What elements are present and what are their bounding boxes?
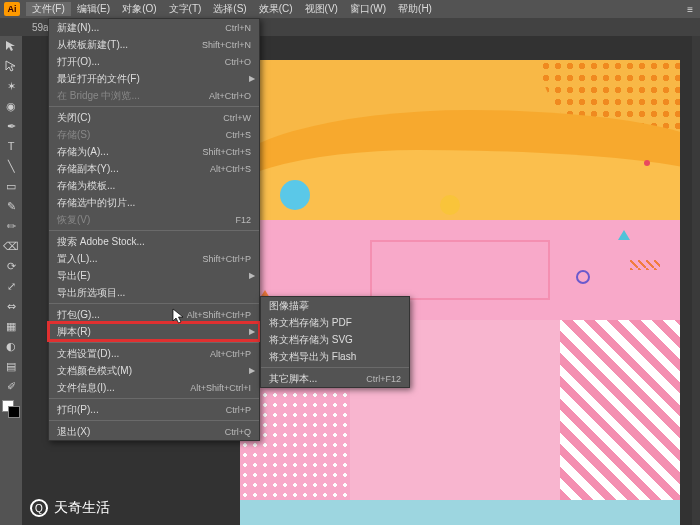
menu-item[interactable]: 打包(G)...Alt+Shift+Ctrl+P [49, 306, 259, 323]
menu-item-label: 打印(P)... [57, 403, 226, 417]
menu-item-label: 文件信息(I)... [57, 381, 190, 395]
submenu-arrow-icon: ▶ [249, 74, 255, 83]
stroke-swatch[interactable] [8, 406, 20, 418]
menubar: Ai 文件(F) 编辑(E) 对象(O) 文字(T) 选择(S) 效果(C) 视… [0, 0, 700, 18]
menu-item-label: 脚本(R) [57, 325, 251, 339]
line-tool[interactable]: ╲ [0, 156, 22, 176]
scale-tool[interactable]: ⤢ [0, 276, 22, 296]
submenu-item[interactable]: 将文档导出为 Flash [261, 348, 409, 365]
submenu-arrow-icon: ▶ [249, 271, 255, 280]
menu-item[interactable]: 存储副本(Y)...Alt+Ctrl+S [49, 160, 259, 177]
file-menu-dropdown: 新建(N)...Ctrl+N从模板新建(T)...Shift+Ctrl+N打开(… [48, 18, 260, 441]
menu-separator [49, 420, 259, 421]
submenu-item[interactable]: 将文档存储为 PDF [261, 314, 409, 331]
menu-item[interactable]: 最近打开的文件(F)▶ [49, 70, 259, 87]
rotate-tool[interactable]: ⟳ [0, 256, 22, 276]
menu-object[interactable]: 对象(O) [116, 2, 162, 16]
menu-view[interactable]: 视图(V) [299, 2, 344, 16]
gradient-tool[interactable]: ▤ [0, 356, 22, 376]
menu-edit[interactable]: 编辑(E) [71, 2, 116, 16]
menu-item[interactable]: 存储为模板... [49, 177, 259, 194]
menu-item-shortcut: Shift+Ctrl+P [202, 254, 251, 264]
menu-item-label: 在 Bridge 中浏览... [57, 89, 209, 103]
submenu-item-label: 图像描摹 [269, 299, 401, 313]
menu-item-shortcut: Ctrl+W [223, 113, 251, 123]
watermark-icon: Q [30, 499, 48, 517]
eraser-tool[interactable]: ⌫ [0, 236, 22, 256]
rectangle-tool[interactable]: ▭ [0, 176, 22, 196]
menu-item-shortcut: Ctrl+O [225, 57, 251, 67]
menu-item-label: 恢复(V) [57, 213, 235, 227]
menu-separator [49, 230, 259, 231]
menu-help[interactable]: 帮助(H) [392, 2, 438, 16]
menu-item: 存储(S)Ctrl+S [49, 126, 259, 143]
menu-item[interactable]: 新建(N)...Ctrl+N [49, 19, 259, 36]
menu-file[interactable]: 文件(F) [26, 2, 71, 16]
menu-item[interactable]: 关闭(C)Ctrl+W [49, 109, 259, 126]
menu-separator [261, 367, 409, 368]
free-transform-tool[interactable]: ▦ [0, 316, 22, 336]
menu-item-shortcut: Ctrl+Q [225, 427, 251, 437]
menu-item[interactable]: 从模板新建(T)...Shift+Ctrl+N [49, 36, 259, 53]
menu-item-label: 存储(S) [57, 128, 226, 142]
menu-item[interactable]: 存储选中的切片... [49, 194, 259, 211]
menu-item-shortcut: Ctrl+S [226, 130, 251, 140]
hamburger-icon[interactable]: ≡ [681, 4, 700, 15]
menu-item[interactable]: 打印(P)...Ctrl+P [49, 401, 259, 418]
menu-item[interactable]: 文档颜色模式(M)▶ [49, 362, 259, 379]
toolbox: ✶ ◉ ✒ T ╲ ▭ ✎ ✏ ⌫ ⟳ ⤢ ⇔ ▦ ◐ ▤ ✐ [0, 36, 22, 525]
pen-tool[interactable]: ✒ [0, 116, 22, 136]
selection-tool[interactable] [0, 36, 22, 56]
submenu-item-shortcut: Ctrl+F12 [366, 374, 401, 384]
direct-selection-tool[interactable] [0, 56, 22, 76]
canvas-artboard[interactable] [240, 60, 680, 510]
submenu-arrow-icon: ▶ [249, 327, 255, 336]
menu-item[interactable]: 搜索 Adobe Stock... [49, 233, 259, 250]
menu-item-shortcut: Alt+Shift+Ctrl+P [187, 310, 251, 320]
menu-item[interactable]: 置入(L)...Shift+Ctrl+P [49, 250, 259, 267]
submenu-item[interactable]: 图像描摹 [261, 297, 409, 314]
shape-builder-tool[interactable]: ◐ [0, 336, 22, 356]
menu-item[interactable]: 导出(E)▶ [49, 267, 259, 284]
menu-item-label: 关闭(C) [57, 111, 223, 125]
menu-item[interactable]: 打开(O)...Ctrl+O [49, 53, 259, 70]
menu-item-label: 搜索 Adobe Stock... [57, 235, 251, 249]
menu-item-label: 文档设置(D)... [57, 347, 210, 361]
right-dock[interactable] [692, 36, 700, 525]
menu-separator [49, 398, 259, 399]
artwork-zigzag [630, 260, 660, 270]
menu-item[interactable]: 导出所选项目... [49, 284, 259, 301]
menu-item-shortcut: Shift+Ctrl+N [202, 40, 251, 50]
menu-type[interactable]: 文字(T) [163, 2, 208, 16]
menu-item[interactable]: 存储为(A)...Shift+Ctrl+S [49, 143, 259, 160]
submenu-item-label: 将文档存储为 SVG [269, 333, 401, 347]
width-tool[interactable]: ⇔ [0, 296, 22, 316]
menu-item[interactable]: 文档设置(D)...Alt+Ctrl+P [49, 345, 259, 362]
menu-item[interactable]: 退出(X)Ctrl+Q [49, 423, 259, 440]
menu-item-shortcut: Alt+Ctrl+O [209, 91, 251, 101]
artwork-footer-band [240, 500, 680, 525]
menu-window[interactable]: 窗口(W) [344, 2, 392, 16]
menu-item-label: 置入(L)... [57, 252, 202, 266]
artwork-top-band [240, 60, 680, 220]
submenu-item-label: 其它脚本... [269, 372, 366, 386]
pencil-tool[interactable]: ✏ [0, 216, 22, 236]
menu-select[interactable]: 选择(S) [207, 2, 252, 16]
menu-item[interactable]: 脚本(R)▶ [49, 323, 259, 340]
color-swatches[interactable] [0, 400, 22, 422]
magic-wand-tool[interactable]: ✶ [0, 76, 22, 96]
menu-item-shortcut: Alt+Ctrl+P [210, 349, 251, 359]
eyedropper-tool[interactable]: ✐ [0, 376, 22, 396]
menu-effect[interactable]: 效果(C) [253, 2, 299, 16]
watermark-text: 天奇生活 [54, 499, 110, 517]
menu-item-label: 打开(O)... [57, 55, 225, 69]
mouse-cursor-icon [172, 308, 186, 326]
menu-item-label: 退出(X) [57, 425, 225, 439]
lasso-tool[interactable]: ◉ [0, 96, 22, 116]
submenu-item[interactable]: 将文档存储为 SVG [261, 331, 409, 348]
type-tool[interactable]: T [0, 136, 22, 156]
paintbrush-tool[interactable]: ✎ [0, 196, 22, 216]
artwork-circle [280, 180, 310, 210]
submenu-item[interactable]: 其它脚本...Ctrl+F12 [261, 370, 409, 387]
menu-item[interactable]: 文件信息(I)...Alt+Shift+Ctrl+I [49, 379, 259, 396]
